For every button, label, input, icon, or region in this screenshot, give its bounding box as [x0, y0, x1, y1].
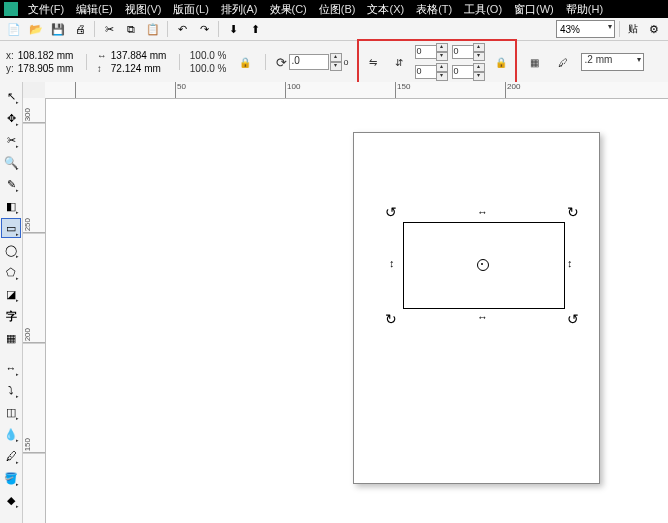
corner-tr-spinner[interactable]: ▴▾ — [473, 43, 485, 61]
undo-icon[interactable]: ↶ — [172, 19, 192, 39]
app-icon — [4, 2, 18, 16]
position-block: x: 108.182 mm y: 178.905 mm — [6, 50, 76, 74]
corner-radius-group: ⇋ ⇵ 0 ▴▾ 0 ▴▾ 0 ▴▾ 0 ▴▾ 🔒 — [357, 39, 517, 85]
options-icon[interactable]: ⚙ — [644, 19, 664, 39]
corner-lock-icon[interactable]: 🔒 — [491, 52, 511, 72]
pick-tool[interactable]: ↖▸ — [1, 86, 21, 106]
ruler-origin[interactable] — [23, 82, 46, 99]
ruler-v-tick: 150 — [23, 438, 45, 453]
shape-tool[interactable]: ✥▸ — [1, 108, 21, 128]
menu-工具[interactable]: 工具(O) — [458, 2, 508, 17]
corner-bl-spinner[interactable]: ▴▾ — [436, 63, 448, 81]
corner-tl-spinner[interactable]: ▴▾ — [436, 43, 448, 61]
toolbox: ↖▸ ✥▸ ✂▸ 🔍▸ ✎▸ ◧▸ ▭▸ ◯▸ ⬠▸ ◪▸ 字 ▦ ↔▸ ⤵▸ … — [0, 82, 23, 523]
rotate-handle-tl[interactable]: ↺ — [385, 204, 397, 220]
height-icon: ↕ — [97, 63, 107, 74]
menu-版面[interactable]: 版面(L) — [167, 2, 214, 17]
canvas-area[interactable]: 50100150200 300250200150 ↺↻↻↺↔↔↕↕ — [23, 82, 668, 523]
menu-位图[interactable]: 位图(B) — [313, 2, 362, 17]
rotate-handle-br[interactable]: ↺ — [567, 311, 579, 327]
smart-fill-tool[interactable]: ◧▸ — [1, 196, 21, 216]
menu-帮助[interactable]: 帮助(H) — [560, 2, 609, 17]
menu-窗口[interactable]: 窗口(W) — [508, 2, 560, 17]
polygon-tool[interactable]: ⬠▸ — [1, 262, 21, 282]
crop-tool[interactable]: ✂▸ — [1, 130, 21, 150]
corner-br-spinner[interactable]: ▴▾ — [473, 63, 485, 81]
interactive-fill-tool[interactable]: ◆▸ — [1, 490, 21, 510]
standard-toolbar: 📄 📂 💾 🖨 ✂ ⧉ 📋 ↶ ↷ ⬇ ⬆ 43% 贴 ⚙ — [0, 18, 668, 41]
open-icon[interactable]: 📂 — [26, 19, 46, 39]
rectangle-tool[interactable]: ▭▸ — [1, 218, 21, 238]
ruler-h-tick: 50 — [175, 82, 186, 98]
new-icon[interactable]: 📄 — [4, 19, 24, 39]
skew-handle-left[interactable]: ↕ — [389, 257, 395, 269]
connector-tool[interactable]: ⤵▸ — [1, 380, 21, 400]
eyedropper-tool[interactable]: 💧▸ — [1, 424, 21, 444]
ruler-horizontal[interactable]: 50100150200 — [45, 82, 668, 99]
mirror-h-icon[interactable]: ⇋ — [363, 52, 383, 72]
ruler-v-tick: 250 — [23, 218, 45, 233]
zoom-combo[interactable]: 43% — [556, 20, 615, 38]
freehand-tool[interactable]: ✎▸ — [1, 174, 21, 194]
scale-block: 100.0 % 100.0 % — [190, 50, 227, 74]
rotate-icon: ⟳ — [276, 55, 287, 70]
scale-y-value[interactable]: 100.0 — [190, 63, 215, 74]
scale-x-unit: % — [218, 50, 227, 61]
corner-tl-input[interactable]: 0 — [415, 45, 437, 59]
rotation-spinner[interactable]: ▴▾ — [330, 53, 342, 71]
menu-视图[interactable]: 视图(V) — [119, 2, 168, 17]
selection-center-icon[interactable] — [477, 259, 489, 271]
paste-icon[interactable]: 📋 — [143, 19, 163, 39]
interactive-tool[interactable]: ◫▸ — [1, 402, 21, 422]
fill-tool[interactable]: 🪣▸ — [1, 468, 21, 488]
corner-tr-input[interactable]: 0 — [452, 45, 474, 59]
table-tool[interactable]: ▦ — [1, 328, 21, 348]
ruler-vertical[interactable]: 300250200150 — [23, 98, 46, 523]
corner-bl-input[interactable]: 0 — [415, 65, 437, 79]
y-value[interactable]: 178.905 mm — [18, 63, 76, 74]
snap-button[interactable]: 贴 — [624, 19, 642, 39]
cut-icon[interactable]: ✂ — [99, 19, 119, 39]
menu-效果[interactable]: 效果(C) — [264, 2, 313, 17]
skew-handle-top[interactable]: ↔ — [477, 206, 488, 218]
ruler-h-tick: 150 — [395, 82, 410, 98]
ruler-h-tick: 200 — [505, 82, 520, 98]
outline-pen-icon[interactable]: 🖊 — [553, 52, 573, 72]
menu-编辑[interactable]: 编辑(E) — [70, 2, 119, 17]
menu-文件[interactable]: 文件(F) — [22, 2, 70, 17]
skew-handle-bottom[interactable]: ↔ — [477, 311, 488, 323]
ruler-h-tick: 100 — [285, 82, 300, 98]
scale-x-value[interactable]: 100.0 — [190, 50, 215, 61]
import-icon[interactable]: ⬇ — [223, 19, 243, 39]
menu-排列[interactable]: 排列(A) — [215, 2, 264, 17]
width-value[interactable]: 137.884 mm — [111, 50, 169, 61]
text-tool[interactable]: 字 — [1, 306, 21, 326]
skew-handle-right[interactable]: ↕ — [567, 257, 573, 269]
zoom-tool[interactable]: 🔍▸ — [1, 152, 21, 172]
rotation-input[interactable]: .0 — [289, 54, 329, 70]
ruler-h-tick — [75, 82, 77, 98]
mirror-v-icon[interactable]: ⇵ — [389, 52, 409, 72]
ellipse-tool[interactable]: ◯▸ — [1, 240, 21, 260]
wrap-text-icon[interactable]: ▦ — [525, 52, 545, 72]
menu-表格[interactable]: 表格(T) — [410, 2, 458, 17]
basic-shapes-tool[interactable]: ◪▸ — [1, 284, 21, 304]
x-value[interactable]: 108.182 mm — [18, 50, 76, 61]
lock-ratio-icon[interactable]: 🔒 — [235, 52, 255, 72]
property-bar: x: 108.182 mm y: 178.905 mm ↔ 137.884 mm… — [0, 41, 668, 84]
print-icon[interactable]: 🖨 — [70, 19, 90, 39]
height-value[interactable]: 72.124 mm — [111, 63, 169, 74]
save-icon[interactable]: 💾 — [48, 19, 68, 39]
rotation-unit: o — [344, 57, 349, 67]
copy-icon[interactable]: ⧉ — [121, 19, 141, 39]
dimension-tool[interactable]: ↔▸ — [1, 358, 21, 378]
menubar: 文件(F)编辑(E)视图(V)版面(L)排列(A)效果(C)位图(B)文本(X)… — [0, 0, 668, 18]
rotate-handle-bl[interactable]: ↻ — [385, 311, 397, 327]
outline-tool[interactable]: 🖊▸ — [1, 446, 21, 466]
menu-文本[interactable]: 文本(X) — [361, 2, 410, 17]
outline-width-combo[interactable]: .2 mm — [581, 53, 644, 71]
corner-br-input[interactable]: 0 — [452, 65, 474, 79]
redo-icon[interactable]: ↷ — [194, 19, 214, 39]
rotate-handle-tr[interactable]: ↻ — [567, 204, 579, 220]
export-icon[interactable]: ⬆ — [245, 19, 265, 39]
